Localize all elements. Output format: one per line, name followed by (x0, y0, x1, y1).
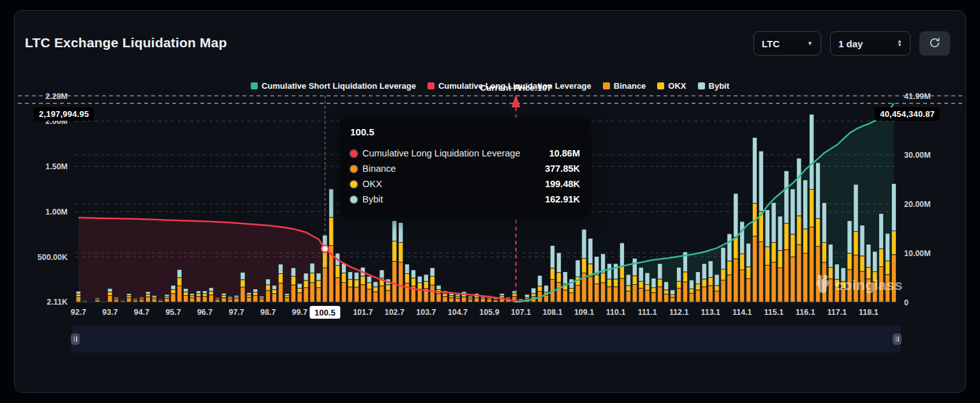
tooltip-row-value: 377.85K (545, 163, 580, 174)
tooltip-row: Cumulative Long Liquidation Leverage10.8… (350, 146, 580, 161)
svg-text:0: 0 (904, 298, 909, 307)
tooltip-row-label: Binance (362, 163, 540, 174)
svg-text:98.7: 98.7 (260, 308, 276, 317)
tooltip-row-value: 162.91K (545, 194, 580, 204)
tooltip-row: Bybit162.91K (350, 192, 580, 207)
range-navigator[interactable] (71, 325, 901, 353)
left-axis-value-badge: 2,197,994.95 (34, 107, 94, 121)
tooltip-row: Binance377.85K (350, 161, 580, 176)
svg-text:113.1: 113.1 (701, 308, 720, 317)
svg-text:114.1: 114.1 (732, 308, 752, 317)
svg-text:105.9: 105.9 (479, 308, 499, 317)
svg-text:1.50M: 1.50M (45, 162, 68, 171)
svg-text:112.1: 112.1 (669, 308, 689, 317)
coinglass-logo-icon (815, 275, 831, 296)
current-price-arrow-icon (512, 95, 521, 107)
svg-text:103.7: 103.7 (416, 308, 436, 317)
series-dot-icon (350, 196, 357, 203)
svg-text:101.7: 101.7 (353, 308, 373, 317)
svg-text:2.11K: 2.11K (47, 298, 68, 307)
tooltip-row-value: 10.86M (549, 148, 580, 158)
svg-text:1.00M: 1.00M (45, 208, 68, 217)
svg-text:96.7: 96.7 (197, 308, 212, 317)
svg-text:107.1: 107.1 (511, 308, 531, 317)
svg-text:10.00M: 10.00M (904, 249, 931, 258)
svg-text:41.99M: 41.99M (904, 92, 931, 101)
svg-text:94.7: 94.7 (134, 308, 149, 317)
svg-text:108.1: 108.1 (542, 308, 562, 317)
svg-text:110.1: 110.1 (606, 308, 626, 317)
svg-text:30.00M: 30.00M (904, 151, 931, 160)
coinglass-watermark: coinglass (815, 275, 903, 296)
svg-text:99.7: 99.7 (292, 308, 308, 317)
crosshair-point-marker (322, 245, 329, 252)
svg-text:97.7: 97.7 (228, 308, 244, 317)
series-dot-icon (350, 165, 357, 172)
svg-text:500.00K: 500.00K (38, 253, 68, 262)
current-price-label: Current Price:107 (480, 83, 552, 93)
tooltip-title: 100.5 (350, 126, 580, 137)
navigator-right-handle[interactable] (893, 333, 902, 345)
crosshair-x-badge: 100.5 (309, 306, 340, 319)
svg-text:100.5: 100.5 (315, 308, 336, 317)
svg-text:109.1: 109.1 (574, 308, 594, 317)
series-dot-icon (350, 181, 357, 188)
svg-text:95.7: 95.7 (165, 308, 181, 317)
watermark-text: coinglass (835, 277, 903, 294)
svg-text:92.7: 92.7 (71, 308, 86, 317)
svg-text:93.7: 93.7 (102, 308, 117, 317)
svg-text:117.1: 117.1 (828, 308, 847, 317)
svg-text:20.00M: 20.00M (904, 200, 931, 209)
svg-text:102.7: 102.7 (385, 308, 405, 317)
chart-tooltip: 100.5 Cumulative Long Liquidation Levera… (339, 118, 591, 217)
right-axis-value-badge: 40,454,340.87 (875, 107, 940, 121)
tooltip-row-label: OKX (362, 179, 540, 189)
tooltip-row-label: Cumulative Long Liquidation Leverage (362, 148, 544, 158)
svg-text:2.28M: 2.28M (45, 92, 68, 101)
svg-text:104.7: 104.7 (448, 308, 468, 317)
series-dot-icon (350, 150, 357, 157)
tooltip-row-value: 199.48K (545, 179, 580, 189)
screenshot-stage: LTC Exchange Liquidation Map LTC ▼ 1 day… (0, 0, 980, 403)
tooltip-row-label: Bybit (362, 194, 540, 204)
tooltip-row: OKX199.48K (350, 176, 580, 192)
svg-text:118.1: 118.1 (859, 308, 879, 317)
svg-text:115.1: 115.1 (764, 308, 784, 317)
navigator-left-handle[interactable] (71, 333, 80, 345)
svg-text:111.1: 111.1 (638, 308, 657, 317)
svg-text:116.1: 116.1 (796, 308, 815, 317)
